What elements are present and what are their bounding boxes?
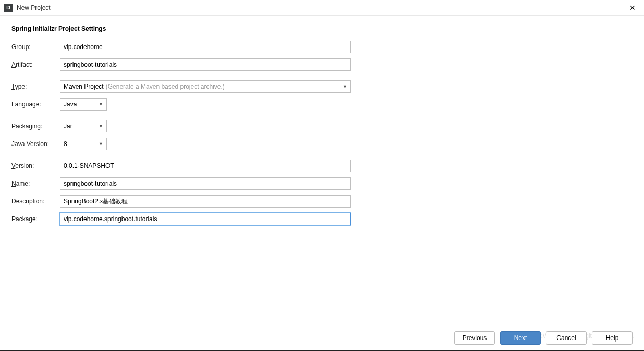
packaging-dropdown[interactable]: Jar ▼ bbox=[60, 120, 107, 132]
type-dropdown[interactable]: Maven Project (Generate a Maven based pr… bbox=[60, 80, 351, 93]
type-selected-value: Maven Project bbox=[64, 83, 104, 90]
type-hint: (Generate a Maven based project archive.… bbox=[106, 83, 225, 90]
packaging-value: Jar bbox=[64, 123, 72, 130]
content-area: Spring Initializr Project Settings Group… bbox=[0, 16, 644, 240]
chevron-down-icon: ▼ bbox=[343, 84, 347, 89]
version-input[interactable] bbox=[60, 160, 351, 172]
label-language: Language: bbox=[11, 101, 60, 108]
titlebar: IJ New Project ✕ bbox=[0, 0, 644, 16]
close-icon[interactable]: ✕ bbox=[627, 3, 638, 13]
app-icon: IJ bbox=[4, 4, 13, 12]
previous-button[interactable]: Previous bbox=[454, 331, 495, 345]
group-input[interactable] bbox=[60, 41, 351, 53]
name-input[interactable] bbox=[60, 177, 351, 190]
row-name: Name: bbox=[11, 177, 633, 190]
artifact-input[interactable] bbox=[60, 58, 351, 71]
row-version: Version: bbox=[11, 160, 633, 172]
description-input[interactable] bbox=[60, 195, 351, 208]
label-group: Group: bbox=[11, 43, 60, 51]
label-package: Package: bbox=[11, 215, 60, 223]
label-type: Type: bbox=[11, 83, 60, 90]
titlebar-left: IJ New Project bbox=[4, 4, 51, 12]
row-type: Type: Maven Project (Generate a Maven ba… bbox=[11, 80, 633, 93]
chevron-down-icon: ▼ bbox=[99, 124, 103, 129]
label-java-version: Java Version: bbox=[11, 140, 60, 148]
help-button[interactable]: Help bbox=[592, 331, 633, 345]
footer-buttons: Previous Next Cancel Help bbox=[454, 331, 633, 345]
label-name: Name: bbox=[11, 180, 60, 187]
label-artifact: Artifact: bbox=[11, 61, 60, 68]
row-packaging: Packaging: Jar ▼ bbox=[11, 120, 633, 132]
next-button[interactable]: Next bbox=[500, 331, 541, 345]
java-version-value: 8 bbox=[64, 140, 67, 148]
language-dropdown[interactable]: Java ▼ bbox=[60, 98, 107, 111]
row-java-version: Java Version: 8 ▼ bbox=[11, 138, 633, 150]
label-packaging: Packaging: bbox=[11, 123, 60, 130]
cancel-button[interactable]: Cancel bbox=[546, 331, 587, 345]
row-group: Group: bbox=[11, 41, 633, 53]
label-description: Description: bbox=[11, 198, 60, 205]
chevron-down-icon: ▼ bbox=[99, 102, 103, 107]
page-heading: Spring Initializr Project Settings bbox=[11, 25, 633, 32]
language-value: Java bbox=[64, 101, 77, 108]
label-version: Version: bbox=[11, 162, 60, 170]
row-description: Description: bbox=[11, 195, 633, 208]
java-version-dropdown[interactable]: 8 ▼ bbox=[60, 138, 107, 150]
window-title: New Project bbox=[17, 4, 51, 11]
package-input[interactable] bbox=[60, 213, 351, 225]
row-language: Language: Java ▼ bbox=[11, 98, 633, 111]
row-package: Package: bbox=[11, 213, 633, 225]
row-artifact: Artifact: bbox=[11, 58, 633, 71]
chevron-down-icon: ▼ bbox=[99, 141, 103, 147]
